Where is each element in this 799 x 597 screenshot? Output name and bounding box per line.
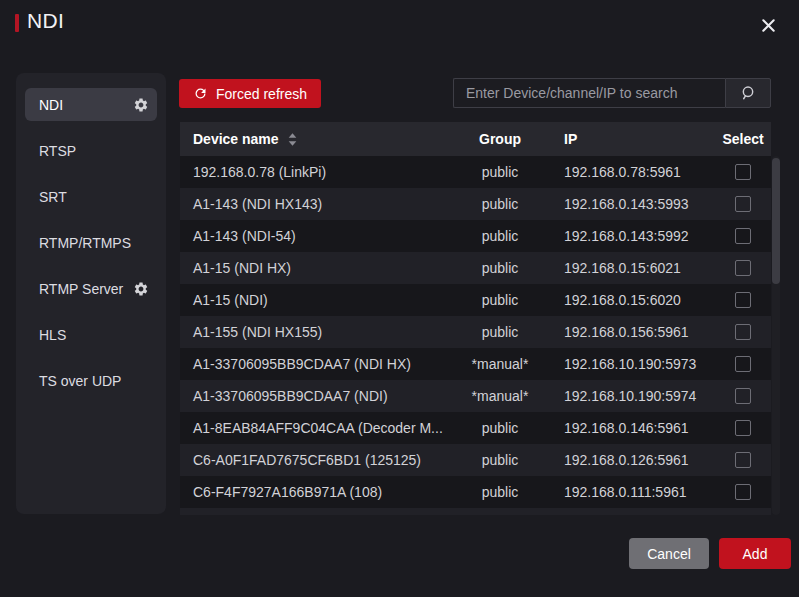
row-checkbox[interactable]: [735, 484, 751, 500]
search-icon: [739, 84, 757, 102]
sidebar-item-label: RTSP: [39, 143, 149, 159]
row-checkbox[interactable]: [735, 324, 751, 340]
group-cell: *manual*: [445, 388, 555, 404]
ip-cell: 192.168.0.78:5961: [555, 164, 715, 180]
sidebar-item-label: NDI: [39, 97, 133, 113]
row-checkbox[interactable]: [735, 356, 751, 372]
ndi-dialog: NDI NDI RTSP SRT RTMP/RTMPS RTMP Server …: [0, 0, 799, 597]
sidebar-item-label: SRT: [39, 189, 149, 205]
group-cell: public: [445, 260, 555, 276]
sidebar-item-ts-over-udp[interactable]: TS over UDP: [25, 364, 157, 397]
column-header-select: Select: [715, 131, 771, 147]
sidebar-item-rtsp[interactable]: RTSP: [25, 134, 157, 167]
table-row[interactable]: 192.168.0.78 (LinkPi) public 192.168.0.7…: [180, 156, 771, 188]
sidebar-item-hls[interactable]: HLS: [25, 318, 157, 351]
device-name-cell: A1-33706095BB9CDAA7 (NDI): [180, 388, 445, 404]
device-name-cell: A1-155 (NDI HX155): [180, 324, 445, 340]
search-bar: [453, 78, 771, 108]
table-row[interactable]: A1-33706095BB9CDAA7 (NDI HX) *manual* 19…: [180, 348, 771, 380]
table-row[interactable]: A1-155 (NDI HX155) public 192.168.0.156:…: [180, 316, 771, 348]
column-header-ip: IP: [555, 131, 715, 147]
select-cell: [715, 420, 771, 436]
forced-refresh-button[interactable]: Forced refresh: [179, 79, 321, 108]
group-cell: public: [445, 324, 555, 340]
device-name-cell: A1-33706095BB9CDAA7 (NDI HX): [180, 356, 445, 372]
ip-cell: 192.168.0.156:5961: [555, 324, 715, 340]
group-cell: public: [445, 452, 555, 468]
sidebar-item-rtmp-server[interactable]: RTMP Server: [25, 272, 157, 305]
table-row[interactable]: A1-15 (NDI HX) public 192.168.0.15:6021: [180, 252, 771, 284]
table-scrollbar[interactable]: [772, 156, 780, 515]
ip-cell: 192.168.0.143:5993: [555, 196, 715, 212]
gear-icon[interactable]: [133, 97, 149, 113]
group-cell: public: [445, 228, 555, 244]
device-name-cell: A1-143 (NDI-54): [180, 228, 445, 244]
device-name-cell: 192.168.0.78 (LinkPi): [180, 164, 445, 180]
table-row[interactable]: A1-15 (NDI) public 192.168.0.15:6020: [180, 284, 771, 316]
row-checkbox[interactable]: [735, 420, 751, 436]
title-accent-bar: [15, 14, 19, 32]
select-cell: [715, 324, 771, 340]
ip-cell: 192.168.10.190:5974: [555, 388, 715, 404]
row-checkbox[interactable]: [735, 164, 751, 180]
search-button[interactable]: [725, 78, 771, 108]
group-cell: *manual*: [445, 356, 555, 372]
select-cell: [715, 356, 771, 372]
device-name-cell: A1-15 (NDI): [180, 292, 445, 308]
row-checkbox[interactable]: [735, 228, 751, 244]
table-header: Device name Group IP Select: [180, 122, 771, 156]
add-button[interactable]: Add: [719, 538, 791, 569]
group-cell: public: [445, 164, 555, 180]
sidebar-item-srt[interactable]: SRT: [25, 180, 157, 213]
select-cell: [715, 260, 771, 276]
ip-cell: 192.168.0.15:6021: [555, 260, 715, 276]
search-input[interactable]: [453, 78, 725, 108]
select-cell: [715, 388, 771, 404]
cancel-button[interactable]: Cancel: [629, 538, 709, 569]
select-cell: [715, 196, 771, 212]
group-cell: public: [445, 484, 555, 500]
table-row[interactable]: A1-33706095BB9CDAA7 (NDI) *manual* 192.1…: [180, 380, 771, 412]
row-checkbox[interactable]: [735, 196, 751, 212]
group-cell: public: [445, 196, 555, 212]
table-row[interactable]: C6-F4F7927A166B971A (108) public 192.168…: [180, 476, 771, 508]
sidebar-item-ndi[interactable]: NDI: [25, 88, 157, 121]
sort-icon[interactable]: [287, 132, 298, 147]
ip-cell: 192.168.0.15:6020: [555, 292, 715, 308]
device-name-header-label: Device name: [193, 131, 279, 147]
ip-cell: 192.168.0.126:5961: [555, 452, 715, 468]
table-row[interactable]: A1-143 (NDI HX143) public 192.168.0.143:…: [180, 188, 771, 220]
row-checkbox[interactable]: [735, 452, 751, 468]
select-cell: [715, 164, 771, 180]
device-name-cell: C6-F4F7927A166B971A (108): [180, 484, 445, 500]
close-button[interactable]: [754, 11, 782, 39]
table-row[interactable]: C6-A0F1FAD7675CF6BD1 (125125) public 192…: [180, 444, 771, 476]
device-name-cell: A1-15 (NDI HX): [180, 260, 445, 276]
group-cell: public: [445, 292, 555, 308]
row-checkbox[interactable]: [735, 388, 751, 404]
select-cell: [715, 452, 771, 468]
refresh-icon: [193, 86, 208, 101]
sidebar-item-label: RTMP Server: [39, 281, 133, 297]
sidebar-item-rtmp-rtmps[interactable]: RTMP/RTMPS: [25, 226, 157, 259]
table-body: 192.168.0.78 (LinkPi) public 192.168.0.7…: [180, 156, 771, 515]
ip-cell: 192.168.0.146:5961: [555, 420, 715, 436]
ip-cell: 192.168.0.111:5961: [555, 484, 715, 500]
device-name-cell: A1-143 (NDI HX143): [180, 196, 445, 212]
sidebar-item-label: HLS: [39, 327, 149, 343]
select-cell: [715, 292, 771, 308]
row-checkbox[interactable]: [735, 292, 751, 308]
ip-cell: 192.168.0.143:5992: [555, 228, 715, 244]
gear-icon[interactable]: [133, 281, 149, 297]
group-cell: public: [445, 420, 555, 436]
sidebar-item-label: TS over UDP: [39, 373, 149, 389]
table-row[interactable]: A1-8EAB84AFF9C04CAA (Decoder M... public…: [180, 412, 771, 444]
sidebar: NDI RTSP SRT RTMP/RTMPS RTMP Server HLS …: [16, 73, 166, 514]
column-header-device-name[interactable]: Device name: [180, 131, 445, 147]
close-icon: [760, 17, 777, 34]
scrollbar-thumb[interactable]: [772, 158, 780, 284]
select-cell: [715, 484, 771, 500]
dialog-title: NDI: [27, 9, 64, 33]
table-row[interactable]: A1-143 (NDI-54) public 192.168.0.143:599…: [180, 220, 771, 252]
row-checkbox[interactable]: [735, 260, 751, 276]
